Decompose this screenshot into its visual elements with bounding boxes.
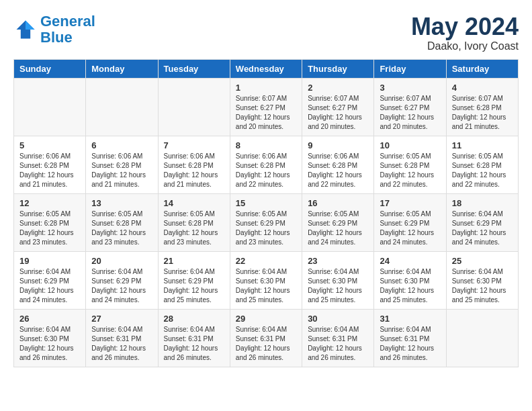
day-number: 8 [236,140,296,150]
cell-content: Sunrise: 6:04 AM Sunset: 6:31 PM Dayligh… [164,325,224,363]
cell-content: Sunrise: 6:04 AM Sunset: 6:30 PM Dayligh… [380,267,440,305]
day-number: 28 [164,314,224,324]
day-number: 5 [19,140,80,150]
cell-content: Sunrise: 6:07 AM Sunset: 6:28 PM Dayligh… [452,94,513,132]
calendar-cell: 16Sunrise: 6:05 AM Sunset: 6:29 PM Dayli… [302,193,374,251]
day-number: 27 [91,314,152,324]
col-header-tuesday: Tuesday [158,59,230,78]
cell-content: Sunrise: 6:05 AM Sunset: 6:29 PM Dayligh… [308,210,368,247]
calendar-cell [86,78,158,136]
calendar-cell: 2Sunrise: 6:07 AM Sunset: 6:27 PM Daylig… [302,78,374,136]
cell-content: Sunrise: 6:06 AM Sunset: 6:28 PM Dayligh… [19,152,80,189]
col-header-thursday: Thursday [302,59,374,78]
month-year: May 2024 [411,13,519,40]
cell-content: Sunrise: 6:04 AM Sunset: 6:29 PM Dayligh… [19,267,80,305]
cell-content: Sunrise: 6:06 AM Sunset: 6:28 PM Dayligh… [164,152,224,189]
logo-icon [13,17,38,42]
week-row-3: 12Sunrise: 6:05 AM Sunset: 6:28 PM Dayli… [14,193,519,251]
location: Daako, Ivory Coast [411,40,519,52]
calendar-cell: 20Sunrise: 6:04 AM Sunset: 6:29 PM Dayli… [86,251,158,309]
day-number: 20 [91,256,152,266]
week-row-1: 1Sunrise: 6:07 AM Sunset: 6:27 PM Daylig… [14,78,519,136]
cell-content: Sunrise: 6:05 AM Sunset: 6:28 PM Dayligh… [164,210,224,247]
calendar-cell: 30Sunrise: 6:04 AM Sunset: 6:31 PM Dayli… [302,309,374,367]
day-number: 18 [452,198,513,208]
calendar-cell: 12Sunrise: 6:05 AM Sunset: 6:28 PM Dayli… [14,193,86,251]
calendar-cell: 17Sunrise: 6:05 AM Sunset: 6:29 PM Dayli… [374,193,446,251]
day-number: 12 [19,198,80,208]
day-number: 21 [164,256,224,266]
cell-content: Sunrise: 6:04 AM Sunset: 6:29 PM Dayligh… [452,210,513,247]
cell-content: Sunrise: 6:06 AM Sunset: 6:28 PM Dayligh… [91,152,152,189]
calendar-cell: 19Sunrise: 6:04 AM Sunset: 6:29 PM Dayli… [14,251,86,309]
day-number: 22 [236,256,296,266]
title-block: May 2024 Daako, Ivory Coast [411,13,519,52]
week-row-2: 5Sunrise: 6:06 AM Sunset: 6:28 PM Daylig… [14,136,519,193]
col-header-monday: Monday [86,59,158,78]
day-number: 4 [452,83,513,93]
calendar-cell: 9Sunrise: 6:06 AM Sunset: 6:28 PM Daylig… [302,136,374,193]
calendar-cell: 13Sunrise: 6:05 AM Sunset: 6:28 PM Dayli… [86,193,158,251]
col-header-sunday: Sunday [14,59,86,78]
day-number: 6 [91,140,152,150]
day-number: 7 [164,140,224,150]
calendar-cell [14,78,86,136]
cell-content: Sunrise: 6:07 AM Sunset: 6:27 PM Dayligh… [236,94,296,132]
cell-content: Sunrise: 6:06 AM Sunset: 6:28 PM Dayligh… [236,152,296,189]
calendar-cell: 7Sunrise: 6:06 AM Sunset: 6:28 PM Daylig… [158,136,230,193]
day-number: 19 [19,256,80,266]
day-number: 30 [308,314,368,324]
calendar-cell: 8Sunrise: 6:06 AM Sunset: 6:28 PM Daylig… [230,136,302,193]
day-number: 26 [19,314,80,324]
calendar-cell: 15Sunrise: 6:05 AM Sunset: 6:29 PM Dayli… [230,193,302,251]
day-number: 3 [380,83,440,93]
calendar-cell [158,78,230,136]
calendar-cell: 24Sunrise: 6:04 AM Sunset: 6:30 PM Dayli… [374,251,446,309]
cell-content: Sunrise: 6:05 AM Sunset: 6:28 PM Dayligh… [380,152,440,189]
calendar-cell: 21Sunrise: 6:04 AM Sunset: 6:29 PM Dayli… [158,251,230,309]
cell-content: Sunrise: 6:04 AM Sunset: 6:31 PM Dayligh… [91,325,152,363]
day-number: 17 [380,198,440,208]
logo-general: General [40,13,95,30]
day-number: 2 [308,83,368,93]
day-number: 13 [91,198,152,208]
calendar-cell: 27Sunrise: 6:04 AM Sunset: 6:31 PM Dayli… [86,309,158,367]
calendar-cell: 14Sunrise: 6:05 AM Sunset: 6:28 PM Dayli… [158,193,230,251]
cell-content: Sunrise: 6:04 AM Sunset: 6:29 PM Dayligh… [91,267,152,305]
day-number: 23 [308,256,368,266]
calendar-cell: 11Sunrise: 6:05 AM Sunset: 6:28 PM Dayli… [446,136,518,193]
cell-content: Sunrise: 6:04 AM Sunset: 6:30 PM Dayligh… [452,267,513,305]
calendar-table: SundayMondayTuesdayWednesdayThursdayFrid… [13,59,519,367]
logo: General Blue [13,13,95,46]
logo-blue: Blue [40,29,73,46]
week-row-5: 26Sunrise: 6:04 AM Sunset: 6:30 PM Dayli… [14,309,519,367]
cell-content: Sunrise: 6:04 AM Sunset: 6:31 PM Dayligh… [236,325,296,363]
cell-content: Sunrise: 6:04 AM Sunset: 6:31 PM Dayligh… [380,325,440,363]
cell-content: Sunrise: 6:04 AM Sunset: 6:30 PM Dayligh… [19,325,80,363]
week-row-4: 19Sunrise: 6:04 AM Sunset: 6:29 PM Dayli… [14,251,519,309]
calendar-cell [446,309,518,367]
day-number: 16 [308,198,368,208]
calendar-cell: 4Sunrise: 6:07 AM Sunset: 6:28 PM Daylig… [446,78,518,136]
svg-marker-1 [26,21,35,30]
day-number: 31 [380,314,440,324]
day-number: 15 [236,198,296,208]
calendar-cell: 25Sunrise: 6:04 AM Sunset: 6:30 PM Dayli… [446,251,518,309]
cell-content: Sunrise: 6:04 AM Sunset: 6:29 PM Dayligh… [164,267,224,305]
cell-content: Sunrise: 6:05 AM Sunset: 6:28 PM Dayligh… [91,210,152,247]
header-row: SundayMondayTuesdayWednesdayThursdayFrid… [14,59,519,78]
cell-content: Sunrise: 6:05 AM Sunset: 6:28 PM Dayligh… [452,152,513,189]
cell-content: Sunrise: 6:05 AM Sunset: 6:29 PM Dayligh… [236,210,296,247]
calendar-cell: 5Sunrise: 6:06 AM Sunset: 6:28 PM Daylig… [14,136,86,193]
calendar-cell: 10Sunrise: 6:05 AM Sunset: 6:28 PM Dayli… [374,136,446,193]
cell-content: Sunrise: 6:04 AM Sunset: 6:30 PM Dayligh… [308,267,368,305]
cell-content: Sunrise: 6:04 AM Sunset: 6:31 PM Dayligh… [308,325,368,363]
calendar-cell: 23Sunrise: 6:04 AM Sunset: 6:30 PM Dayli… [302,251,374,309]
calendar-cell: 3Sunrise: 6:07 AM Sunset: 6:27 PM Daylig… [374,78,446,136]
calendar-cell: 26Sunrise: 6:04 AM Sunset: 6:30 PM Dayli… [14,309,86,367]
calendar-cell: 6Sunrise: 6:06 AM Sunset: 6:28 PM Daylig… [86,136,158,193]
calendar-cell: 28Sunrise: 6:04 AM Sunset: 6:31 PM Dayli… [158,309,230,367]
calendar-cell: 22Sunrise: 6:04 AM Sunset: 6:30 PM Dayli… [230,251,302,309]
col-header-wednesday: Wednesday [230,59,302,78]
cell-content: Sunrise: 6:07 AM Sunset: 6:27 PM Dayligh… [380,94,440,132]
